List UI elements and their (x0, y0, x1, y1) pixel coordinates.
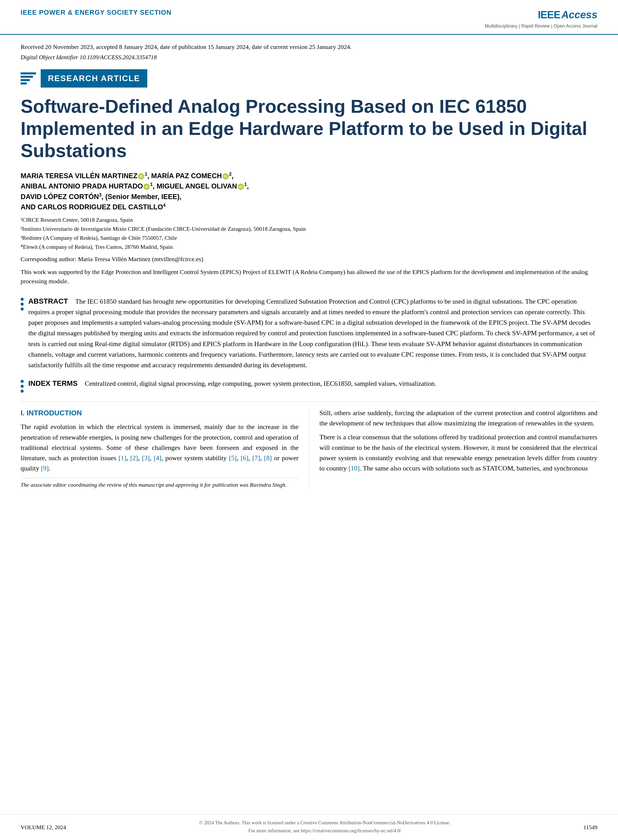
ref-1[interactable]: [1] (119, 454, 126, 462)
article-banner: RESEARCH ARTICLE (0, 64, 618, 90)
author2-prefix: , MARÍA PAZ COMECH (147, 172, 222, 180)
index-label: INDEX TERMS (28, 379, 77, 387)
affiliation-1: ¹CIRCE Research Centre, 50018 Zaragoza, … (21, 215, 597, 224)
stripe-3 (21, 79, 30, 81)
col-right: Still, others arise suddenly, forcing th… (309, 408, 598, 489)
two-column-body: I. INTRODUCTION The rapid evolution in w… (0, 408, 618, 489)
banner-label: RESEARCH ARTICLE (48, 74, 140, 83)
abstract-text: The IEC 61850 standard has brought new o… (28, 298, 595, 369)
author5-extra: , (Senior Member, IEEE), (101, 193, 181, 200)
footer-center-block: © 2024 The Authors. This work is license… (199, 819, 450, 836)
index-marker (21, 378, 24, 393)
author4-sup: 1 (244, 182, 247, 187)
ref-5[interactable]: [5] (229, 454, 237, 462)
banner-box: RESEARCH ARTICLE (41, 69, 147, 87)
author1-sup: 1 (145, 172, 147, 177)
authors-section: MARIA TERESA VILLÉN MARTINEZiD1, MARÍA P… (0, 166, 618, 288)
author4-prefix: , MIGUEL ANGEL OLIVAN (153, 182, 237, 190)
header: IEEE POWER & ENERGY SOCIETY SECTION IEEE… (0, 0, 618, 35)
author1-name: MARIA TERESA VILLÉN MARTINEZ (21, 172, 138, 180)
ref-2[interactable]: [2] (130, 454, 138, 462)
author5-sup: 3 (99, 192, 101, 197)
author2-sup: 2 (229, 172, 232, 177)
footer-more-info: For more information, see https://creati… (199, 827, 450, 834)
ref-6[interactable]: [6] (241, 454, 248, 462)
ieee-tagline: Multidisciplinary | Rapid Review | Open … (484, 23, 597, 29)
index-text: Centralized control, digital signal proc… (85, 380, 436, 387)
footer-volume: VOLUME 12, 2024 (21, 823, 66, 831)
orcid-icon-4: iD (238, 184, 244, 190)
col-left: I. INTRODUCTION The rapid evolution in w… (21, 408, 309, 489)
corresponding-author: Corresponding author: Maria Teresa Villé… (21, 255, 597, 264)
ref-4[interactable]: [4] (154, 454, 162, 462)
stripe-2 (21, 76, 33, 78)
access-text: Access (562, 7, 597, 22)
intro-heading: I. INTRODUCTION (21, 408, 299, 419)
idx-dot-3 (21, 390, 24, 393)
editor-note: The associate editor coordinating the re… (21, 478, 299, 489)
main-title-section: Software-Defined Analog Processing Based… (0, 90, 618, 166)
intro-para2: Still, others arise suddenly, forcing th… (319, 408, 598, 429)
orcid-icon-1: iD (138, 173, 144, 180)
intro-para3: There is a clear consensus that the solu… (319, 432, 598, 473)
orcid-icon-3: iD (143, 184, 150, 190)
ieee-logo: IEEE Access Multidisciplinary | Rapid Re… (484, 7, 597, 29)
affiliation-4: ⁴Elewit (A company of Redeia), Tres Cant… (21, 243, 597, 251)
doi-line: Digital Object Identifier 10.1109/ACCESS… (21, 53, 597, 62)
authors-line: MARIA TERESA VILLÉN MARTINEZiD1, MARÍA P… (21, 171, 597, 212)
affiliations: ¹CIRCE Research Centre, 50018 Zaragoza, … (21, 215, 597, 251)
banner-stripes (21, 72, 36, 85)
article-title: Software-Defined Analog Processing Based… (21, 95, 597, 162)
author5-name: DAVID LÓPEZ CORTÓN (21, 193, 99, 200)
dot-3 (21, 307, 24, 310)
dot-2 (21, 303, 24, 306)
affiliation-2: ²Instituto Universitario de Investigació… (21, 224, 597, 233)
author3-sup: 1 (150, 182, 153, 187)
index-content: INDEX TERMS Centralized control, digital… (28, 378, 597, 393)
abstract-section: ABSTRACT The IEC 61850 standard has brou… (0, 288, 618, 373)
footer-cc: © 2024 The Authors. This work is license… (199, 819, 450, 827)
idx-dot-1 (21, 380, 24, 383)
ref-7[interactable]: [7] (253, 454, 260, 462)
index-terms-section: INDEX TERMS Centralized control, digital… (0, 373, 618, 395)
page: IEEE POWER & ENERGY SOCIETY SECTION IEEE… (0, 0, 618, 840)
author6-sup: 4 (163, 203, 166, 208)
author3-name: ANIBAL ANTONIO PRADA HURTADO (21, 182, 143, 190)
author6-name: AND CARLOS RODRIGUEZ DEL CASTILLO (21, 203, 163, 211)
ref-3[interactable]: [3] (142, 454, 150, 462)
metadata: Received 20 November 2023, accepted 8 Ja… (0, 35, 618, 64)
stripe-1 (21, 72, 36, 74)
abstract-content: ABSTRACT The IEC 61850 standard has brou… (28, 296, 597, 371)
dot-1 (21, 298, 24, 301)
section-divider (21, 401, 597, 402)
idx-dot-2 (21, 385, 24, 388)
ieee-text: IEEE (538, 7, 560, 22)
stripe-4 (21, 82, 27, 85)
ref-8[interactable]: [8] (264, 454, 272, 462)
affiliation-3: ³Redinter (A Company of Redeia), Santiag… (21, 234, 597, 242)
ref-10[interactable]: [10] (348, 465, 360, 472)
ref-9[interactable]: [9] (41, 465, 49, 472)
abstract-label: ABSTRACT (28, 297, 68, 305)
abstract-marker (21, 296, 24, 371)
support-note: This work was supported by the Edge Prot… (21, 267, 597, 286)
section-title: IEEE POWER & ENERGY SOCIETY SECTION (21, 7, 171, 18)
orcid-icon-2: iD (223, 173, 229, 180)
footer: VOLUME 12, 2024 © 2024 The Authors. This… (0, 814, 618, 840)
footer-page: 11549 (584, 823, 597, 831)
received-line: Received 20 November 2023, accepted 8 Ja… (21, 43, 597, 52)
intro-para1: The rapid evolution in which the electri… (21, 422, 299, 473)
